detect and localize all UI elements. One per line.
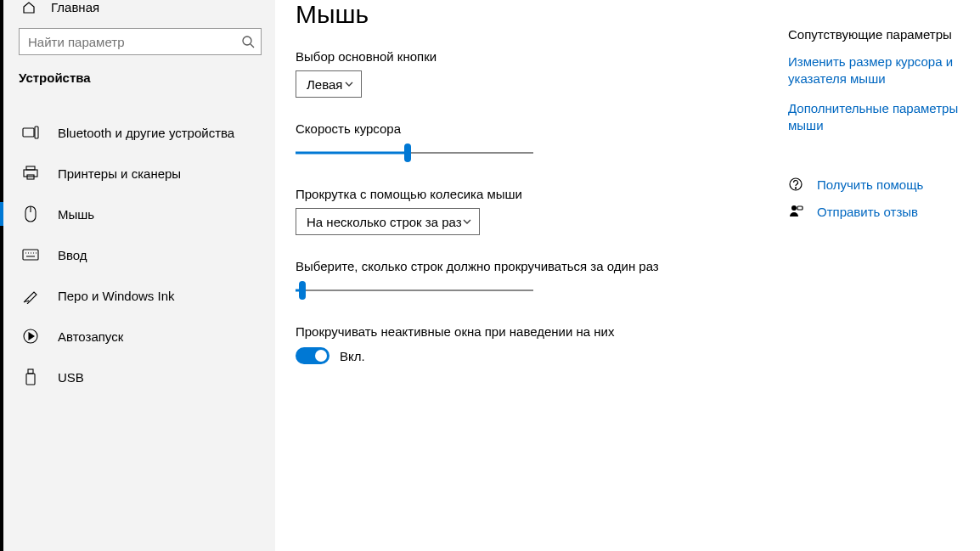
sidebar-item-label: USB xyxy=(58,370,84,385)
pen-icon xyxy=(22,287,39,304)
home-link[interactable]: Главная xyxy=(3,0,275,23)
devices-icon xyxy=(22,124,39,141)
autoplay-icon xyxy=(22,328,39,345)
cursor-speed-slider[interactable] xyxy=(296,143,533,163)
sidebar-item-mouse[interactable]: Мышь xyxy=(3,194,275,234)
toggle-state-label: Вкл. xyxy=(340,349,365,363)
sidebar-item-label: Перо и Windows Ink xyxy=(58,289,175,303)
sidebar-item-printers[interactable]: Принтеры и сканеры xyxy=(3,153,275,194)
svg-rect-3 xyxy=(26,166,35,170)
scroll-lines-label: Выберите, сколько строк должно прокручив… xyxy=(296,259,754,273)
related-settings-title: Сопутствующие параметры xyxy=(788,27,975,42)
feedback-label: Отправить отзыв xyxy=(817,205,918,219)
sidebar-item-label: Мышь xyxy=(58,207,94,222)
sidebar-item-label: Bluetooth и другие устройства xyxy=(58,126,234,140)
scroll-lines-slider[interactable] xyxy=(296,280,533,301)
home-label: Главная xyxy=(51,0,99,14)
svg-rect-10 xyxy=(26,374,35,385)
get-help-link[interactable]: Получить помощь xyxy=(788,177,975,192)
help-label: Получить помощь xyxy=(817,177,923,192)
mouse-icon xyxy=(22,205,39,222)
svg-rect-7 xyxy=(23,250,38,260)
search-icon xyxy=(241,35,255,48)
search-input[interactable] xyxy=(19,28,262,55)
printer-icon xyxy=(22,165,39,182)
inactive-scroll-label: Прокручивать неактивные окна при наведен… xyxy=(296,324,754,339)
dropdown-value: Левая xyxy=(307,77,342,92)
sidebar-item-bluetooth[interactable]: Bluetooth и другие устройства xyxy=(3,112,275,153)
chevron-down-icon xyxy=(462,216,472,227)
sidebar-item-usb[interactable]: USB xyxy=(3,357,275,397)
svg-point-0 xyxy=(243,37,251,45)
home-icon xyxy=(22,1,36,14)
inactive-scroll-toggle[interactable] xyxy=(296,347,329,364)
primary-button-label: Выбор основной кнопки xyxy=(296,49,754,64)
feedback-icon xyxy=(788,204,803,219)
chevron-down-icon xyxy=(344,79,354,89)
primary-button-dropdown[interactable]: Левая xyxy=(296,70,362,98)
sidebar-section-title: Устройства xyxy=(3,70,275,97)
sidebar-item-autoplay[interactable]: Автозапуск xyxy=(3,316,275,357)
cursor-speed-label: Скорость курсора xyxy=(296,121,754,136)
scroll-mode-label: Прокрутка с помощью колесика мыши xyxy=(296,187,754,201)
svg-rect-1 xyxy=(23,128,34,137)
link-cursor-size[interactable]: Изменить размер курсора и указателя мыши xyxy=(788,53,975,88)
svg-point-13 xyxy=(791,205,797,211)
svg-rect-9 xyxy=(28,369,33,374)
sidebar-item-label: Принтеры и сканеры xyxy=(58,166,181,181)
feedback-link[interactable]: Отправить отзыв xyxy=(788,204,975,219)
scroll-mode-dropdown[interactable]: На несколько строк за раз xyxy=(296,208,480,235)
svg-rect-4 xyxy=(24,170,37,177)
sidebar-item-typing[interactable]: Ввод xyxy=(3,234,275,275)
svg-point-12 xyxy=(795,188,796,188)
help-icon xyxy=(788,177,803,192)
usb-icon xyxy=(22,368,39,385)
svg-rect-14 xyxy=(797,206,803,210)
sidebar-item-label: Ввод xyxy=(58,248,87,262)
link-additional-mouse[interactable]: Дополнительные параметры мыши xyxy=(788,100,975,135)
keyboard-icon xyxy=(22,246,39,263)
svg-rect-2 xyxy=(35,127,38,138)
sidebar-item-label: Автозапуск xyxy=(58,329,123,344)
dropdown-value: На несколько строк за раз xyxy=(307,215,462,229)
page-title: Мышь xyxy=(296,0,754,29)
sidebar-item-pen[interactable]: Перо и Windows Ink xyxy=(3,275,275,316)
